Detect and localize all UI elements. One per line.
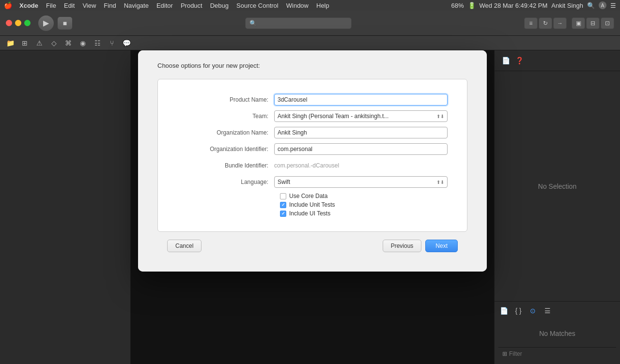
right-panel-icons: 📄 ❓ <box>500 55 525 66</box>
navigator-folder-icon[interactable]: 📁 <box>4 38 16 48</box>
include-ui-tests-label: Include UI Tests <box>289 210 330 217</box>
no-selection-label: No Selection <box>495 71 620 301</box>
menubar-xcode[interactable]: Xcode <box>16 1 42 10</box>
cancel-button[interactable]: Cancel <box>167 240 202 252</box>
org-name-row: Organization Name: <box>177 127 448 138</box>
toolbar-right-buttons: ≡ ↻ → ▣ ⊟ ⊡ <box>524 17 614 29</box>
inspector-list-tab-icon[interactable]: ☰ <box>542 305 553 316</box>
inspector-help-icon[interactable]: ❓ <box>514 55 525 66</box>
right-panel-top: 📄 ❓ <box>495 50 620 71</box>
datetime-display: Wed 28 Mar 6:49:42 PM <box>480 2 548 9</box>
maximize-window-button[interactable] <box>24 20 31 26</box>
org-name-label: Organization Name: <box>177 129 274 136</box>
include-unit-tests-row: Include Unit Tests <box>280 201 448 208</box>
dialog-nav-buttons: Previous Next <box>383 240 458 252</box>
bundle-id-label: Bundle Identifier: <box>177 162 274 169</box>
dialog-body: Choose options for your new project: Pro… <box>138 50 487 272</box>
minimize-window-button[interactable] <box>15 20 21 26</box>
filter-input[interactable] <box>509 350 612 357</box>
org-id-label: Organization Identifier: <box>177 146 274 152</box>
team-label: Team: <box>177 113 274 120</box>
close-window-button[interactable] <box>6 20 12 26</box>
navigator-comment-icon[interactable]: 💬 <box>120 38 133 48</box>
filter-bar: ⊞ <box>498 347 616 360</box>
navigator-test-icon[interactable]: ◇ <box>47 38 60 48</box>
menubar-source-control[interactable]: Source Control <box>233 1 282 10</box>
menubar-debug[interactable]: Debug <box>207 1 232 10</box>
language-select[interactable]: Swift ⬆⬇ <box>274 176 448 188</box>
include-unit-tests-label: Include Unit Tests <box>289 201 335 208</box>
right-panel-bottom: 📄 { } ⊙ ☰ No Matches ⊞ <box>495 301 620 364</box>
include-unit-tests-checkbox[interactable] <box>280 202 286 208</box>
menubar-editor[interactable]: Editor <box>153 1 176 10</box>
navigator-breakpoint-icon[interactable]: ◉ <box>77 38 89 48</box>
navigator-branch-icon[interactable]: ⑂ <box>106 38 118 48</box>
menubar-view[interactable]: View <box>79 1 99 10</box>
inspector-code-tab-icon[interactable]: { } <box>513 305 524 316</box>
inspector-file-tab-icon[interactable]: 📄 <box>498 305 509 316</box>
previous-button[interactable]: Previous <box>383 240 422 252</box>
layout-single-button[interactable]: ▣ <box>572 17 585 29</box>
team-row: Team: Ankit Singh (Personal Team - ankit… <box>177 110 448 122</box>
user-avatar-icon[interactable]: A <box>599 1 606 9</box>
menubar-file[interactable]: File <box>43 1 60 10</box>
forward-button[interactable]: → <box>553 17 567 29</box>
use-core-data-row: Use Core Data <box>280 193 448 199</box>
menubar: 🍎 Xcode File Edit View Find Navigate Edi… <box>0 0 620 11</box>
dialog-footer: Cancel Previous Next <box>157 240 467 262</box>
filter-icon: ⊞ <box>502 350 507 357</box>
right-panel: 📄 ❓ No Selection 📄 { } ⊙ ☰ No Matches ⊞ <box>494 50 620 364</box>
next-button[interactable]: Next <box>425 240 458 252</box>
product-name-input[interactable] <box>274 94 448 106</box>
apple-menu[interactable]: 🍎 <box>4 1 12 9</box>
navigator-report-icon[interactable]: ☷ <box>91 38 104 48</box>
layout-split-v-button[interactable]: ⊡ <box>601 17 614 29</box>
product-name-label: Product Name: <box>177 96 274 103</box>
search-icon[interactable]: 🔍 <box>587 2 595 9</box>
navigator-debug-icon[interactable]: ⌘ <box>62 38 75 48</box>
menubar-find[interactable]: Find <box>100 1 119 10</box>
battery-icon: 🔋 <box>468 2 476 9</box>
toolbar-search[interactable]: 🔍 <box>245 17 352 29</box>
menubar-window[interactable]: Window <box>283 1 312 10</box>
dialog-overlay: Choose options for your new project: Pro… <box>131 50 494 364</box>
menu-list-icon[interactable]: ☰ <box>610 2 616 9</box>
language-select-value: Swift <box>278 179 290 185</box>
user-display: Ankit Singh <box>551 2 583 9</box>
menubar-navigate[interactable]: Navigate <box>121 1 152 10</box>
inspector-file-icon[interactable]: 📄 <box>500 55 511 66</box>
center-area: Choose options for your new project: Pro… <box>131 50 494 364</box>
org-id-row: Organization Identifier: <box>177 143 448 155</box>
new-project-dialog: Choose options for your new project: Pro… <box>138 50 487 272</box>
language-select-arrow-icon: ⬆⬇ <box>436 180 444 185</box>
editor-layout-1-button[interactable]: ≡ <box>524 17 538 29</box>
stop-icon: ■ <box>63 19 67 27</box>
menubar-product[interactable]: Product <box>177 1 206 10</box>
team-select-value: Ankit Singh (Personal Team - ankitsingh.… <box>278 113 388 120</box>
toolbar: ▶ ■ 🔍 ≡ ↻ → ▣ ⊟ ⊡ <box>0 11 620 36</box>
inspector-active-tab-icon[interactable]: ⊙ <box>527 305 538 316</box>
language-row: Language: Swift ⬆⬇ <box>177 176 448 188</box>
navigator-source-icon[interactable]: ⊞ <box>18 38 31 48</box>
run-icon: ▶ <box>43 18 49 28</box>
traffic-lights <box>6 20 31 26</box>
menubar-help[interactable]: Help <box>313 1 333 10</box>
org-id-input[interactable] <box>274 143 448 155</box>
no-matches-label: No Matches <box>498 320 616 347</box>
refresh-button[interactable]: ↻ <box>539 17 552 29</box>
include-ui-tests-checkbox[interactable] <box>280 211 286 217</box>
use-core-data-checkbox[interactable] <box>280 193 286 199</box>
navigator-warning-icon[interactable]: ⚠ <box>33 38 46 48</box>
dialog-header: Choose options for your new project: <box>157 62 467 69</box>
bundle-id-row: Bundle Identifier: com.personal.-dCarous… <box>177 160 448 171</box>
team-select[interactable]: Ankit Singh (Personal Team - ankitsingh.… <box>274 110 448 122</box>
dialog-form-content: Product Name: Team: Ankit Singh (Persona… <box>157 79 467 232</box>
layout-split-button[interactable]: ⊟ <box>586 17 600 29</box>
stop-button[interactable]: ■ <box>58 17 72 30</box>
language-label: Language: <box>177 179 274 185</box>
icon-toolbar: 📁 ⊞ ⚠ ◇ ⌘ ◉ ☷ ⑂ 💬 <box>0 36 620 50</box>
run-button[interactable]: ▶ <box>38 15 54 31</box>
main-layout: Choose options for your new project: Pro… <box>0 50 620 364</box>
menubar-edit[interactable]: Edit <box>61 1 78 10</box>
org-name-input[interactable] <box>274 127 448 138</box>
